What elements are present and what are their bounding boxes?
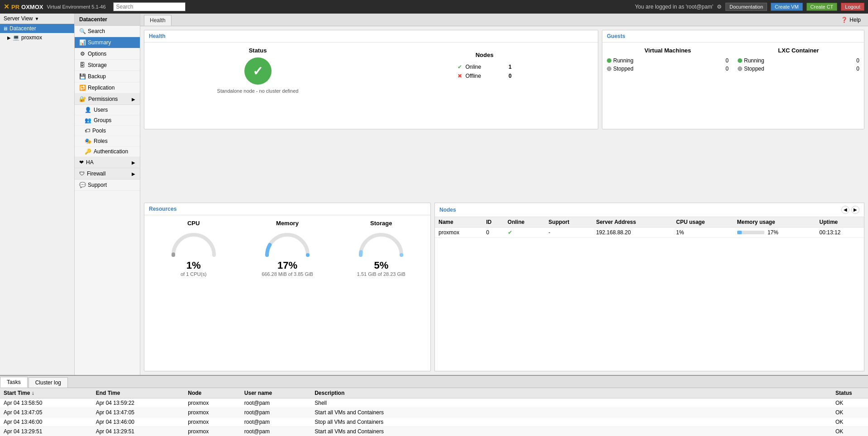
vm-stopped-dot bbox=[607, 66, 611, 71]
task-start: Apr 04 13:58:50 bbox=[0, 398, 92, 408]
tab-cluster-log[interactable]: Cluster log bbox=[29, 377, 68, 388]
menu-item-users[interactable]: 👤 Users bbox=[75, 105, 140, 115]
task-node: proxmox bbox=[184, 417, 241, 427]
cell-online: ✔ bbox=[504, 227, 545, 237]
memory-sub: 666.28 MiB of 3.85 GiB bbox=[262, 271, 313, 277]
resources-panel: Resources CPU 1% of bbox=[144, 203, 431, 372]
storage-icon: 🗄 bbox=[79, 62, 86, 68]
menu-item-roles[interactable]: 🎭 Roles bbox=[75, 136, 140, 147]
col-uptime[interactable]: Uptime bbox=[816, 217, 864, 227]
documentation-button[interactable]: Documentation bbox=[725, 3, 767, 11]
task-node: proxmox bbox=[184, 408, 241, 417]
col-cpu[interactable]: CPU usage bbox=[672, 217, 734, 227]
col-username[interactable]: User name bbox=[241, 388, 311, 398]
nodes-panel-title: Nodes bbox=[439, 207, 456, 213]
menu-item-authentication[interactable]: 🔑 Authentication bbox=[75, 147, 140, 157]
server-view-arrow: ▼ bbox=[34, 16, 39, 21]
groups-icon: 👥 bbox=[85, 117, 91, 123]
cell-uptime: 00:13:12 bbox=[816, 227, 864, 237]
menu-item-backup[interactable]: 💾 Backup bbox=[75, 71, 140, 82]
task-start: Apr 04 13:47:05 bbox=[0, 408, 92, 417]
menu-item-support[interactable]: 💬 Support bbox=[75, 180, 140, 191]
bottom-area: Tasks Cluster log Start Time ↓ End Time … bbox=[0, 375, 868, 436]
create-ct-button[interactable]: Create CT bbox=[806, 3, 838, 11]
nodes-nav-next[interactable]: ▶ bbox=[851, 206, 859, 214]
vm-running-dot bbox=[607, 58, 611, 63]
create-vm-button[interactable]: Create VM bbox=[771, 3, 803, 11]
offline-row: ✖ Offline 0 bbox=[458, 73, 512, 79]
table-row[interactable]: proxmox 0 ✔ - 192.168.88.20 1% 17% 00:13… bbox=[435, 227, 864, 237]
pools-icon: 🏷 bbox=[85, 128, 90, 134]
col-support[interactable]: Support bbox=[545, 217, 592, 227]
users-label: Users bbox=[94, 107, 108, 113]
list-item[interactable]: Apr 04 13:58:50 Apr 04 13:59:22 proxmox … bbox=[0, 398, 868, 408]
menu-item-permissions[interactable]: 🔐 Permissions ▶ bbox=[75, 94, 140, 105]
col-start-time[interactable]: Start Time ↓ bbox=[0, 388, 92, 398]
sidebar-item-proxmox[interactable]: ▶ 💻 proxmox bbox=[0, 33, 74, 42]
memory-title: Memory bbox=[276, 220, 299, 227]
col-status[interactable]: Status bbox=[832, 388, 868, 398]
menu-item-groups[interactable]: 👥 Groups bbox=[75, 115, 140, 126]
list-item[interactable]: Apr 04 13:47:05 Apr 04 13:47:05 proxmox … bbox=[0, 408, 868, 417]
task-end: Apr 04 13:47:05 bbox=[92, 408, 185, 417]
status-section: Status ✓ Standalone node - no cluster de… bbox=[149, 47, 367, 94]
datacenter-label: Datacenter bbox=[10, 25, 36, 32]
memory-gauge-svg bbox=[262, 230, 312, 257]
task-desc: Stop all VMs and Containers bbox=[311, 417, 832, 427]
top-row: Health Status ✓ Standalone node - no clu… bbox=[144, 30, 864, 199]
menu-item-options[interactable]: ⚙ Options bbox=[75, 48, 140, 60]
logo: ✕ PROXMOX bbox=[4, 3, 43, 11]
lxc-running-dot bbox=[738, 58, 742, 63]
menu-item-storage[interactable]: 🗄 Storage bbox=[75, 60, 140, 71]
bottom-tabs: Tasks Cluster log bbox=[0, 376, 868, 388]
task-end: Apr 04 13:29:51 bbox=[92, 427, 185, 436]
menu-item-ha[interactable]: ❤ HA ▶ bbox=[75, 157, 140, 168]
col-memory[interactable]: Memory usage bbox=[734, 217, 816, 227]
nodes-table-body: proxmox 0 ✔ - 192.168.88.20 1% 17% 00:13… bbox=[435, 227, 864, 237]
logo-x: ✕ bbox=[4, 3, 10, 11]
vm-running-count: 0 bbox=[725, 57, 729, 64]
roles-icon: 🎭 bbox=[85, 138, 91, 144]
pools-label: Pools bbox=[92, 128, 106, 134]
col-id[interactable]: ID bbox=[482, 217, 504, 227]
cell-server-addr: 192.168.88.20 bbox=[592, 227, 672, 237]
offline-dot: ✖ bbox=[458, 73, 462, 79]
firewall-label: Firewall bbox=[87, 171, 105, 177]
col-end-time[interactable]: End Time bbox=[92, 388, 185, 398]
col-server-addr[interactable]: Server Address bbox=[592, 217, 672, 227]
nodes-panel: Nodes ◀ ▶ Name ID Online Support bbox=[434, 203, 864, 372]
vm-stopped-row: Stopped 0 bbox=[607, 66, 729, 72]
middle-panel-header: Datacenter bbox=[75, 14, 140, 26]
logout-button[interactable]: Logout bbox=[841, 3, 864, 11]
tab-health[interactable]: Health bbox=[144, 15, 172, 26]
task-desc: Start all VMs and Containers bbox=[311, 427, 832, 436]
settings-icon[interactable] bbox=[717, 4, 722, 10]
list-item[interactable]: Apr 04 13:29:51 Apr 04 13:29:51 proxmox … bbox=[0, 427, 868, 436]
sidebar-item-datacenter[interactable]: 🖥 Datacenter bbox=[0, 24, 74, 33]
status-title: Status bbox=[249, 47, 267, 54]
col-node[interactable]: Node bbox=[184, 388, 241, 398]
nodes-table: Name ID Online Support Server Address CP… bbox=[435, 217, 864, 238]
menu-item-firewall[interactable]: 🛡 Firewall ▶ bbox=[75, 168, 140, 180]
ha-label: HA bbox=[86, 159, 94, 166]
search-input[interactable] bbox=[113, 2, 186, 11]
task-end: Apr 04 13:46:00 bbox=[92, 417, 185, 427]
nodes-nav-prev[interactable]: ◀ bbox=[841, 206, 849, 214]
firewall-icon: 🛡 bbox=[79, 171, 85, 177]
cpu-gauge bbox=[169, 230, 219, 257]
options-icon: ⚙ bbox=[79, 51, 86, 57]
list-item[interactable]: Apr 04 13:46:00 Apr 04 13:46:00 proxmox … bbox=[0, 417, 868, 427]
lxc-running-row: Running 0 bbox=[738, 57, 859, 64]
roles-label: Roles bbox=[94, 138, 108, 144]
support-label: Support bbox=[88, 182, 107, 188]
menu-item-pools[interactable]: 🏷 Pools bbox=[75, 126, 140, 136]
nodes-panel-header: Nodes ◀ ▶ bbox=[435, 203, 864, 217]
col-name[interactable]: Name bbox=[435, 217, 482, 227]
tab-tasks[interactable]: Tasks bbox=[0, 377, 28, 388]
menu-item-summary[interactable]: 📊 Summary bbox=[75, 37, 140, 48]
col-description[interactable]: Description bbox=[311, 388, 832, 398]
help-area: ❓ Help bbox=[837, 17, 864, 23]
menu-item-replication[interactable]: 🔁 Replication bbox=[75, 82, 140, 94]
col-online[interactable]: Online bbox=[504, 217, 545, 227]
menu-item-search[interactable]: 🔍 Search bbox=[75, 26, 140, 37]
